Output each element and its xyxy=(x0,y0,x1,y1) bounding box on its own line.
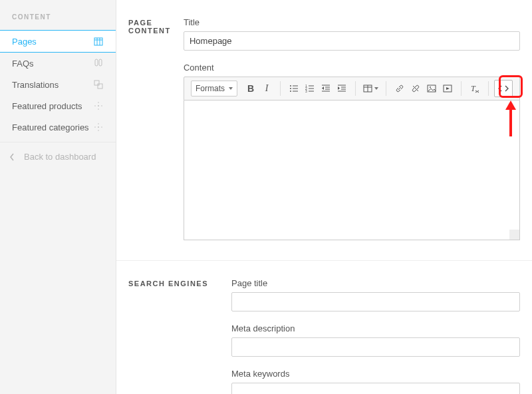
meta-description-input[interactable] xyxy=(231,337,520,357)
page-title-label: Page title xyxy=(231,278,520,288)
content-label: Content xyxy=(184,63,520,73)
svg-point-15 xyxy=(98,130,99,131)
back-to-dashboard[interactable]: Back to dashboard xyxy=(0,142,116,171)
sidebar-item-label: Translations xyxy=(12,80,59,90)
clear-formatting-button[interactable]: T xyxy=(467,81,483,97)
table-button[interactable] xyxy=(361,81,380,97)
svg-point-13 xyxy=(98,126,99,128)
svg-point-9 xyxy=(98,102,99,103)
sidebar-heading: CONTENT xyxy=(0,13,116,30)
editor-toolbar: Formats B I xyxy=(184,77,520,100)
target-icon xyxy=(93,122,104,132)
bold-button[interactable]: B xyxy=(243,81,259,97)
meta-description-label: Meta description xyxy=(231,323,520,333)
svg-rect-5 xyxy=(99,59,102,66)
rich-text-editor: Formats B I xyxy=(184,77,520,240)
numbered-list-button[interactable]: 123 xyxy=(302,81,318,97)
calendar-icon xyxy=(93,36,104,47)
chevron-down-icon xyxy=(374,87,378,90)
indent-button[interactable] xyxy=(334,81,350,97)
sidebar-item-label: Featured categories xyxy=(12,122,89,132)
sidebar-item-label: Featured products xyxy=(12,101,82,111)
italic-button[interactable]: I xyxy=(259,81,275,97)
svg-rect-6 xyxy=(94,81,99,85)
toolbar-separator xyxy=(355,81,356,96)
toolbar-separator xyxy=(461,81,462,96)
title-label: Title xyxy=(184,17,520,27)
svg-point-20 xyxy=(290,88,291,89)
svg-text:3: 3 xyxy=(305,89,307,93)
back-label: Back to dashboard xyxy=(24,152,96,162)
chevron-down-icon xyxy=(229,87,233,90)
outdent-button[interactable] xyxy=(318,81,334,97)
svg-point-14 xyxy=(98,123,99,124)
sidebar-item-featured-categories[interactable]: Featured categories xyxy=(0,116,116,138)
svg-rect-4 xyxy=(95,59,98,66)
content-textarea[interactable] xyxy=(184,100,520,240)
unlink-button[interactable] xyxy=(408,81,424,97)
svg-text:T: T xyxy=(471,84,476,93)
sidebar-item-label: FAQs xyxy=(12,59,34,69)
link-button[interactable] xyxy=(392,81,408,97)
sidebar-item-faqs[interactable]: FAQs xyxy=(0,53,116,74)
main-content: PAGE CONTENT Title Content Formats xyxy=(116,0,532,394)
svg-point-18 xyxy=(290,85,291,87)
chevron-left-icon xyxy=(9,153,15,161)
svg-rect-7 xyxy=(98,84,102,89)
toolbar-separator xyxy=(386,81,386,96)
toolbar-separator xyxy=(280,81,281,96)
svg-point-17 xyxy=(101,126,102,128)
formats-dropdown[interactable]: Formats xyxy=(191,81,237,97)
svg-point-11 xyxy=(94,105,96,106)
svg-point-8 xyxy=(98,105,99,106)
media-button[interactable] xyxy=(440,81,456,97)
svg-point-22 xyxy=(290,91,291,92)
bullet-list-button[interactable] xyxy=(286,81,302,97)
svg-rect-0 xyxy=(94,38,102,45)
title-input[interactable] xyxy=(184,31,520,51)
page-title-input[interactable] xyxy=(231,292,520,311)
sidebar-item-featured-products[interactable]: Featured products xyxy=(0,95,116,116)
section-search-engines: SEARCH ENGINES Page title Meta descripti… xyxy=(116,261,532,394)
svg-point-12 xyxy=(101,105,102,106)
svg-line-41 xyxy=(398,87,401,90)
section-heading: SEARCH ENGINES xyxy=(128,278,231,394)
svg-point-10 xyxy=(98,108,99,110)
translations-icon xyxy=(93,79,104,90)
meta-keywords-label: Meta keywords xyxy=(231,369,520,379)
sidebar: CONTENT Pages FAQs Translations Featured… xyxy=(0,0,116,394)
sidebar-item-translations[interactable]: Translations xyxy=(0,74,116,95)
toolbar-separator xyxy=(488,81,489,96)
sidebar-item-label: Pages xyxy=(12,37,37,47)
meta-keywords-input[interactable] xyxy=(231,383,520,394)
image-button[interactable] xyxy=(424,81,440,97)
svg-point-16 xyxy=(94,126,96,128)
source-code-button[interactable] xyxy=(494,80,513,97)
faqs-icon xyxy=(93,58,104,69)
section-page-content: PAGE CONTENT Title Content Formats xyxy=(116,0,532,261)
formats-label: Formats xyxy=(196,84,225,93)
svg-point-44 xyxy=(430,87,431,88)
target-icon xyxy=(93,100,104,111)
sidebar-item-pages[interactable]: Pages xyxy=(0,30,116,53)
section-heading: PAGE CONTENT xyxy=(128,17,184,240)
